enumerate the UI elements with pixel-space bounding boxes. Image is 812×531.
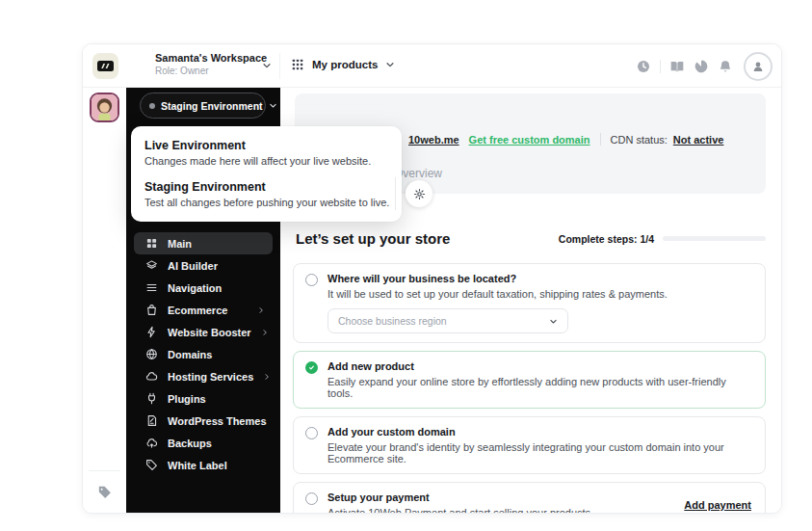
step-description: Easily expand your online store by effor… <box>327 376 751 399</box>
sidebar-item-navigation[interactable]: Navigation <box>134 277 273 299</box>
sidebar-item-ecommerce[interactable]: Ecommerce <box>134 299 273 321</box>
sidebar-item-ai-builder[interactable]: AI Builder <box>134 254 273 277</box>
tag-icon[interactable] <box>96 484 113 500</box>
cloud-up-icon <box>145 437 158 449</box>
gear-icon <box>413 188 426 200</box>
10web-logo-icon <box>97 61 114 71</box>
step-title: Where will your business be located? <box>327 273 751 284</box>
theme-icon <box>145 414 158 427</box>
sidebar-item-website-booster[interactable]: Website Booster <box>134 321 273 343</box>
workspace-switcher[interactable]: Samanta's Workspace Role: Owner <box>155 52 275 76</box>
topbar-divider <box>279 53 280 79</box>
sidebar-item-label: Hosting Services <box>168 371 253 383</box>
site-avatar[interactable] <box>90 93 119 122</box>
cloud-icon <box>145 370 158 383</box>
environment-popup: Live Environment Changes made here will … <box>131 126 402 222</box>
my-products-menu[interactable]: My products <box>291 58 395 71</box>
step-title: Add your custom domain <box>327 426 751 438</box>
environment-label: Staging Environment <box>161 100 263 112</box>
business-region-select[interactable]: Choose business region <box>327 308 568 333</box>
site-domain-link[interactable]: 10web.me <box>408 134 459 146</box>
layers-icon <box>145 259 158 272</box>
setup-title: Let’s set up your store <box>296 230 450 247</box>
topbar-actions-divider <box>660 60 661 73</box>
progress-label: Complete steps: 1/4 <box>559 233 654 245</box>
popup-divider <box>395 177 396 210</box>
sidebar-item-label: AI Builder <box>168 260 265 272</box>
sidebar-item-backups[interactable]: Backups <box>134 432 273 454</box>
chevron-right-icon <box>261 329 269 336</box>
chevron-down-icon <box>385 60 395 69</box>
radio-circle-icon[interactable] <box>305 274 318 286</box>
environment-option-live[interactable]: Live Environment Changes made here will … <box>144 139 388 167</box>
tag-icon <box>145 459 158 471</box>
topbar-actions <box>636 44 773 88</box>
10web-logo[interactable] <box>92 53 118 79</box>
setup-header: Let’s set up your store Complete steps: … <box>296 230 766 247</box>
sidebar-item-label: White Label <box>168 460 265 471</box>
step-description: It will be used to set up your default t… <box>327 288 751 300</box>
user-icon <box>751 60 765 73</box>
environment-option-row: Staging Environment Test all changes bef… <box>144 177 388 210</box>
setup-step-card[interactable]: Setup your payment Activate 10Web Paymen… <box>293 482 766 514</box>
setup-step-card[interactable]: Where will your business be located? It … <box>293 263 766 343</box>
apps-grid-icon <box>291 58 304 71</box>
chevron-right-icon <box>257 306 265 314</box>
workspace-role: Role: Owner <box>155 66 275 76</box>
setup-steps-list: Where will your business be located? It … <box>293 263 766 514</box>
chevron-down-icon[interactable] <box>262 61 272 70</box>
environment-switcher-button[interactable]: Staging Environment <box>140 93 266 119</box>
sidebar-item-main[interactable]: Main <box>134 232 273 254</box>
workspace-name: Samanta's Workspace <box>155 52 275 64</box>
step-description: Elevate your brand's identity by seamles… <box>327 441 751 465</box>
domain-row-divider <box>600 133 601 146</box>
account-avatar-button[interactable] <box>744 52 773 81</box>
sidebar-menu: Main AI Builder Navigation Ecommerce Web… <box>126 232 280 476</box>
select-placeholder: Choose business region <box>338 315 447 327</box>
sidebar-item-domains[interactable]: Domains <box>134 343 273 365</box>
sidebar-item-label: Main <box>168 238 265 250</box>
step-title: Setup your payment <box>327 491 674 503</box>
plug-icon <box>145 392 158 405</box>
step-description: Activate 10Web Payment and start selling… <box>327 507 674 514</box>
environment-status-dot <box>149 103 155 109</box>
progress-bar <box>663 236 766 241</box>
step-title: Add new product <box>327 360 751 372</box>
sidebar-item-hosting-services[interactable]: Hosting Services <box>134 365 273 387</box>
book-icon[interactable] <box>669 59 685 74</box>
setup-progress: Complete steps: 1/4 <box>559 233 766 245</box>
bag-icon <box>145 304 158 316</box>
chevron-right-icon <box>263 373 271 381</box>
cdn-status-label: CDN status: <box>611 134 668 146</box>
bell-icon[interactable] <box>718 59 733 74</box>
clock-icon[interactable] <box>636 59 651 74</box>
topbar: Samanta's Workspace Role: Owner My produ… <box>83 44 781 88</box>
menu-icon <box>145 281 158 294</box>
bolt-icon <box>145 326 158 338</box>
environment-option-title: Staging Environment <box>144 180 389 194</box>
add-payment-link[interactable]: Add payment <box>684 499 751 511</box>
get-custom-domain-link[interactable]: Get free custom domain <box>469 134 590 146</box>
grid-icon <box>145 237 158 250</box>
environment-option-description: Test all changes before pushing your web… <box>144 197 389 208</box>
cdn-status-value[interactable]: Not active <box>673 134 724 146</box>
sidebar-item-label: Plugins <box>168 393 265 405</box>
radio-circle-icon[interactable] <box>305 427 318 439</box>
environment-option-staging[interactable]: Staging Environment Test all changes bef… <box>144 180 389 208</box>
sidebar-item-plugins[interactable]: Plugins <box>134 387 273 410</box>
domain-row: 10web.me Get free custom domain CDN stat… <box>408 133 723 146</box>
sidebar-item-label: Backups <box>168 438 265 449</box>
check-circle-icon <box>305 361 318 374</box>
pie-chart-icon[interactable] <box>694 59 709 74</box>
app-window: Samanta's Workspace Role: Owner My produ… <box>82 43 782 514</box>
setup-step-card[interactable]: Add new product Easily expand your onlin… <box>293 351 766 409</box>
sidebar-item-wordpress-themes[interactable]: WordPress Themes <box>134 410 273 432</box>
sidebar-item-label: Navigation <box>168 282 265 294</box>
sidebar-item-label: Website Booster <box>168 327 251 338</box>
sidebar-item-white-label[interactable]: White Label <box>134 454 273 476</box>
setup-step-card[interactable]: Add your custom domain Elevate your bran… <box>293 416 766 474</box>
chevron-down-icon <box>269 101 277 110</box>
sidebar-item-label: Ecommerce <box>168 305 248 316</box>
environment-option-title: Live Environment <box>144 139 388 152</box>
radio-circle-icon[interactable] <box>305 492 318 505</box>
